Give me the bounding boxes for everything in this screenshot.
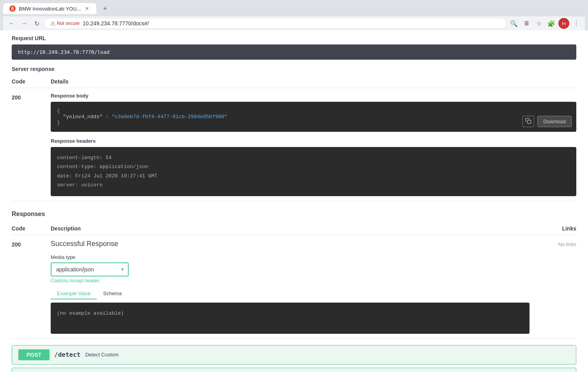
media-type-label: Media type	[51, 254, 530, 260]
method-badge: POST	[18, 349, 50, 360]
json-brace-close: }	[57, 120, 60, 126]
new-tab-button[interactable]: +	[99, 3, 110, 14]
col-details-header: Details	[51, 78, 576, 85]
resp-col-links-header: Links	[530, 225, 576, 232]
nav-icons-right: 🔍 🖥 ☆ 🧩 H ⋮	[508, 18, 582, 29]
account-icon[interactable]: H	[558, 18, 569, 29]
tab-title: BMW InnovationLab YOU...	[19, 6, 81, 12]
download-button[interactable]: Download	[537, 116, 572, 127]
resp-row-code: 200	[12, 240, 51, 334]
resp-row-description: Successful Response Media type applicati…	[51, 240, 530, 334]
response-table-header: Code Details	[12, 75, 576, 88]
resp-col-description-header: Description	[51, 225, 530, 232]
header-date: date: Fri24 Jul 2020 10:27:41 GMT	[57, 172, 570, 181]
controls-accept-text: Controls Accept header.	[51, 278, 530, 283]
resp-col-code-header: Code	[12, 225, 51, 232]
tab-schema[interactable]: Schema	[97, 288, 128, 299]
svg-rect-0	[528, 120, 531, 124]
refresh-button[interactable]: ↻	[31, 18, 42, 29]
server-response-label: Server response	[12, 60, 576, 75]
request-url-box: http://10.249.234.78:7770/load	[12, 44, 576, 60]
header-server: server: uvicorn	[57, 181, 570, 190]
json-brace-open: {	[57, 108, 60, 114]
response-body-code: { "yolov4_ndds" : "c3a0eb7d-fbf4-4477-81…	[51, 102, 576, 132]
bookmark-icon[interactable]: ☆	[533, 18, 544, 29]
endpoints-container: POST /detect Detect Custom POST /get_lab…	[12, 345, 576, 372]
header-content-length: content-length: 54	[57, 153, 570, 162]
response-row-200: 200 Response body { "yolov4_ndds" : "c3a…	[12, 88, 576, 201]
example-tabs: Example Value Schema	[51, 288, 530, 299]
browser-tab[interactable]: B BMW InnovationLab YOU... ✕	[3, 3, 96, 14]
insecure-label: Not secure	[57, 21, 80, 26]
cast-icon[interactable]: 🖥	[521, 18, 532, 29]
endpoint-path: /detect	[54, 351, 80, 358]
browser-title-bar: B BMW InnovationLab YOU... ✕ +	[3, 3, 585, 14]
json-key: "yolov4_ndds"	[57, 114, 103, 120]
code-actions: Download	[522, 116, 572, 127]
response-details: Response body { "yolov4_ndds" : "c3a0eb7…	[51, 93, 576, 196]
response-body-label: Response body	[51, 93, 576, 99]
resp-row-links: No links	[530, 240, 576, 334]
responses-section-label: Responses	[12, 201, 576, 222]
request-url-label: Request URL	[12, 30, 576, 44]
col-code-header: Code	[12, 78, 51, 85]
endpoint-row-detect[interactable]: POST /detect Detect Custom	[12, 345, 576, 365]
responses-table-header: Code Description Links	[12, 222, 576, 235]
browser-chrome: B BMW InnovationLab YOU... ✕ + ← → ↻ ⚠ N…	[0, 0, 588, 30]
warning-icon: ⚠	[50, 20, 55, 27]
media-type-select-wrapper[interactable]: application/json	[51, 262, 129, 276]
example-placeholder: (no example available)	[57, 310, 124, 316]
copy-button[interactable]	[522, 116, 534, 127]
menu-icon[interactable]: ⋮	[571, 18, 582, 29]
endpoint-description: Detect Custom	[85, 352, 119, 358]
forward-button[interactable]: →	[19, 18, 30, 29]
back-button[interactable]: ←	[6, 18, 17, 29]
tab-example-value[interactable]: Example Value	[51, 288, 97, 299]
tab-close-button[interactable]: ✕	[84, 5, 90, 12]
endpoint-row-get_labels[interactable]: POST /get_labels Get Labels Custom	[12, 368, 576, 372]
json-colon: :	[106, 114, 112, 120]
address-text: 10.249.234.78:7770/docs#/	[83, 20, 149, 27]
tab-favicon: B	[9, 5, 16, 12]
extension-icon[interactable]: 🧩	[546, 18, 557, 29]
json-value: "c3a0eb7d-fbf4-4477-81cb-2994e95bf980"	[112, 114, 227, 120]
insecure-badge: ⚠ Not secure	[50, 20, 80, 27]
search-icon[interactable]: 🔍	[508, 18, 519, 29]
response-headers-block: content-length: 54 content-type: applica…	[51, 147, 576, 196]
browser-nav-bar: ← → ↻ ⚠ Not secure 10.249.234.78:7770/do…	[3, 16, 585, 30]
successful-response-title: Successful Response	[51, 240, 530, 248]
header-content-type: content-type: application/json	[57, 162, 570, 171]
address-bar[interactable]: ⚠ Not secure 10.249.234.78:7770/docs#/	[44, 18, 507, 29]
media-type-select[interactable]: application/json	[51, 262, 129, 276]
example-code-block: (no example available)	[51, 303, 530, 334]
response-code-200: 200	[12, 93, 51, 196]
response-headers-label: Response headers	[51, 138, 576, 144]
page-content: Request URL http://10.249.234.78:7770/lo…	[0, 30, 588, 372]
resp-row-200: 200 Successful Response Media type appli…	[12, 235, 576, 339]
